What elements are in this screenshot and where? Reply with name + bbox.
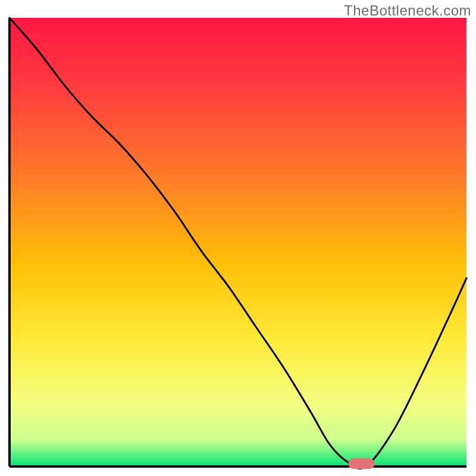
bottleneck-chart — [0, 0, 476, 476]
chart-svg — [0, 0, 476, 476]
gradient-background — [10, 18, 466, 466]
watermark-label: TheBottleneck.com — [344, 2, 471, 19]
optimum-marker — [348, 458, 374, 469]
